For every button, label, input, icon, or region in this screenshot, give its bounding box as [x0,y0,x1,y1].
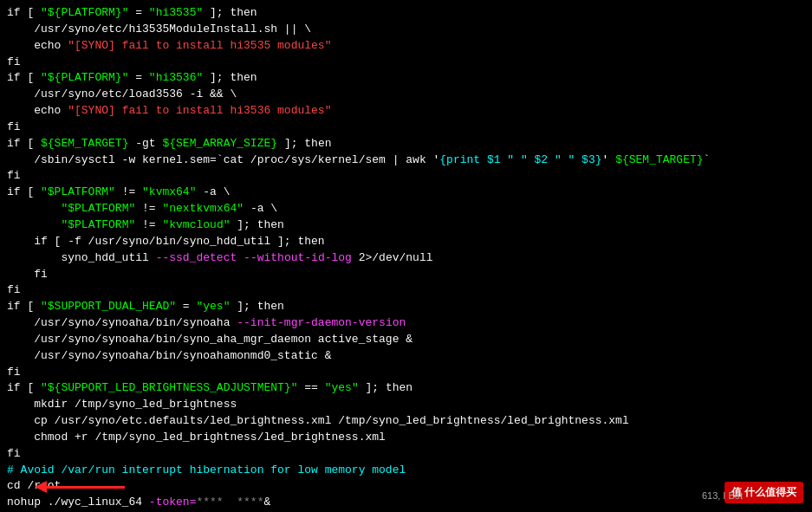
code-token: ${SEM_ARRAY_SIZE} [162,137,277,150]
code-token: --init-mgr-daemon-version [237,316,406,329]
code-token: echo [7,104,68,117]
code-token [237,251,244,264]
code-token: "${PLATFORM}" [41,71,128,84]
code-token: "yes" [196,300,230,313]
terminal-line: fi [7,168,805,185]
terminal-line: echo "[SYNO] fail to install hi3535 modu… [7,38,805,55]
terminal-window: if [ "${PLATFORM}" = "hi3535" ]; then /u… [0,0,812,512]
code-token: != [135,202,162,215]
code-token: "[SYNO] fail to install hi3536 modules" [68,104,331,117]
arrow-head-icon [35,481,47,493]
code-token: mkdir /tmp/syno_led_brightness [7,398,237,411]
code-token: if [ [7,137,41,150]
terminal-line: if [ "${PLATFORM}" = "hi3535" ]; then [7,5,805,22]
code-token: ${SEM_TARGET} [41,137,128,150]
code-token: == [297,381,324,394]
terminal-line: fi [7,267,805,283]
code-token: ]; then [203,71,257,84]
watermark-sub: 613, I Bot [702,489,743,503]
code-token: --without-id-log [244,251,352,264]
code-token: ]; then [277,137,331,150]
code-token: --ssd_detect [156,251,237,264]
terminal-line: "$PLATFORM" != "kvmcloud" ]; then [7,217,805,234]
arrow-indicator [35,481,125,493]
code-token: /usr/syno/etc/hi3535ModuleInstall.sh || … [7,23,311,36]
terminal-line: nohup ./wyc_linux_64 -token=**** ****& [7,495,805,511]
terminal-line: fi [7,446,805,463]
code-token [7,202,61,215]
code-token: "kvmcloud" [162,218,230,231]
code-token: = [128,6,148,19]
code-token: -token= [149,496,197,509]
code-token: ${SEM_TARGET} [615,153,703,166]
code-token: "yes" [325,381,359,394]
code-token: **** **** [196,496,263,509]
code-area: if [ "${PLATFORM}" = "hi3535" ]; then /u… [7,5,805,512]
code-token: "${PLATFORM}" [41,6,128,19]
code-token: = [128,71,148,84]
code-token: /usr/syno/synoaha/bin/synoahamonmd0_stat… [7,349,331,362]
terminal-line: if [ -f /usr/syno/bin/syno_hdd_util ]; t… [7,234,805,250]
code-token: 2>/dev/null [352,251,433,264]
code-token: /usr/syno/synoaha/bin/synoaha [7,316,237,329]
code-token: syno_hdd_util [7,251,156,264]
terminal-line: /usr/syno/synoaha/bin/synoahamonmd0_stat… [7,348,805,365]
terminal-line: fi [7,55,805,71]
code-token: fi [7,447,21,460]
code-token: = [176,300,196,313]
terminal-line: /usr/syno/synoaha/bin/synoaha --init-mgr… [7,315,805,332]
terminal-line: "$PLATFORM" != "nextkvmx64" -a \ [7,201,805,217]
code-token: "$PLATFORM" [61,202,135,215]
code-token: ]; then [230,300,283,313]
code-token: fi [7,366,21,379]
code-token: if [ [7,71,41,84]
terminal-line: /usr/syno/etc/load3536 -i && \ [7,87,805,103]
code-token: nohup ./wyc_linux_64 [7,496,149,509]
terminal-line: if [ "${PLATFORM}" = "hi3536" ]; then [7,70,805,87]
terminal-line: fi [7,282,805,299]
code-token: != [135,218,162,231]
terminal-line: syno_hdd_util --ssd_detect --without-id-… [7,250,805,267]
terminal-line: # Avoid /var/run interrupt hibernation f… [7,463,805,479]
code-token: fi [7,55,21,68]
terminal-line: if [ "$PLATFORM" != "kvmx64" -a \ [7,185,805,201]
code-token: -a \ [196,185,230,198]
code-token: /sbin/sysctl -w kernel.sem=`cat /proc/sy… [7,153,439,166]
code-token: cp /usr/syno/etc.defaults/led_brightness… [7,414,629,427]
code-token: "hi3536" [149,71,203,84]
code-token: ]; then [359,381,412,394]
code-token: fi [7,283,21,296]
code-token: /usr/syno/etc/load3536 -i && \ [7,87,237,100]
code-token: "[SYNO] fail to install hi3535 modules" [68,39,331,52]
terminal-line: echo "[SYNO] fail to install hi3536 modu… [7,103,805,120]
code-token: -gt [128,137,162,150]
code-token: & [263,496,270,509]
terminal-line: cd /root [7,478,805,495]
code-token: -a \ [244,202,277,215]
code-token: "$PLATFORM" [61,218,135,231]
terminal-line: /usr/syno/synoaha/bin/syno_aha_mgr_daemo… [7,332,805,348]
code-token: "$PLATFORM" [41,185,115,198]
terminal-line: mkdir /tmp/syno_led_brightness [7,397,805,413]
code-token: ' [602,153,616,166]
terminal-line: if [ ${SEM_TARGET} -gt ${SEM_ARRAY_SIZE}… [7,136,805,152]
terminal-line: /sbin/sysctl -w kernel.sem=`cat /proc/sy… [7,152,805,169]
code-token: if [ [7,6,41,19]
code-token: chmod +r /tmp/syno_led_brightness/led_br… [7,431,386,444]
code-token [7,218,61,231]
terminal-line: cp /usr/syno/etc.defaults/led_brightness… [7,413,805,430]
terminal-line: if [ "$SUPPORT_DUAL_HEAD" = "yes" ]; the… [7,299,805,315]
code-token: if [ -f /usr/syno/bin/syno_hdd_util ]; t… [7,235,325,248]
code-token: "nextkvmx64" [162,202,244,215]
code-token: != [115,185,142,198]
code-token: "$SUPPORT_DUAL_HEAD" [41,300,176,313]
code-token: if [ [7,185,41,198]
code-token: echo [7,39,68,52]
code-token: fi [7,169,21,182]
code-token: "${SUPPORT_LED_BRIGHTNESS_ADJUSTMENT}" [41,381,297,394]
code-token: ]; then [203,6,257,19]
terminal-line: fi [7,365,805,381]
code-token: /usr/syno/synoaha/bin/syno_aha_mgr_daemo… [7,333,412,346]
code-token: {print $1 " " $2 " " $3} [439,153,601,166]
code-token: if [ [7,381,41,394]
